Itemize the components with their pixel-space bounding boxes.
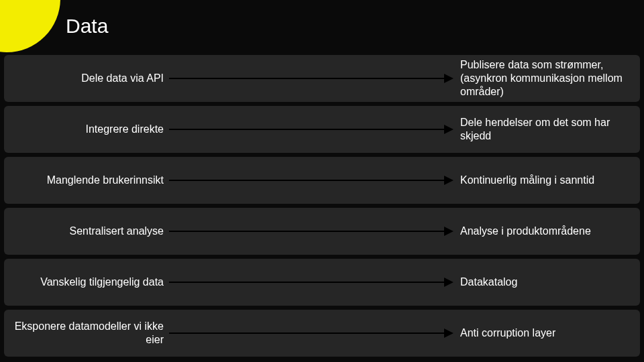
arrow-line [169, 129, 444, 130]
transition-list: Dele data via API Publisere data som str… [0, 52, 644, 357]
arrow-line [169, 180, 444, 181]
from-label: Vanskelig tilgjengelig data [11, 276, 169, 289]
from-label: Manglende brukerinnsikt [11, 174, 169, 187]
to-label: Analyse i produktområdene [453, 225, 631, 238]
arrow-line [169, 282, 444, 283]
to-label: Dele hendelser om det som har skjedd [453, 116, 631, 143]
arrow [169, 157, 453, 204]
slide-header: Data [0, 0, 644, 52]
arrow-line [169, 231, 444, 232]
page-title: Data [66, 15, 108, 38]
arrow [169, 310, 453, 357]
list-item: Dele data via API Publisere data som str… [4, 55, 640, 102]
list-item: Manglende brukerinnsikt Kontinuerlig mål… [4, 157, 640, 204]
to-label: Datakatalog [453, 276, 631, 289]
arrow-head-icon [444, 278, 453, 287]
from-label: Eksponere datamodeller vi ikke eier [11, 320, 169, 347]
to-label: Anti corruption layer [453, 326, 631, 340]
from-label: Dele data via API [11, 72, 169, 85]
to-label: Publisere data som strømmer, (asynkron k… [453, 58, 631, 99]
arrow [169, 55, 453, 102]
arrow [169, 208, 453, 255]
arrow-head-icon [444, 125, 453, 134]
logo-shape [0, 0, 60, 52]
arrow [169, 106, 453, 153]
arrow-line [169, 333, 444, 334]
to-label: Kontinuerlig måling i sanntid [453, 174, 631, 187]
arrow-head-icon [444, 74, 453, 83]
from-label: Sentralisert analyse [11, 225, 169, 238]
logo [0, 0, 60, 52]
from-label: Integrere direkte [11, 123, 169, 136]
arrow-head-icon [444, 176, 453, 185]
arrow [169, 259, 453, 306]
arrow-head-icon [444, 227, 453, 236]
arrow-line [169, 78, 444, 79]
list-item: Integrere direkte Dele hendelser om det … [4, 106, 640, 153]
list-item: Sentralisert analyse Analyse i produktom… [4, 208, 640, 255]
arrow-head-icon [444, 328, 453, 338]
list-item: Eksponere datamodeller vi ikke eier Anti… [4, 310, 640, 357]
list-item: Vanskelig tilgjengelig data Datakatalog [4, 259, 640, 306]
